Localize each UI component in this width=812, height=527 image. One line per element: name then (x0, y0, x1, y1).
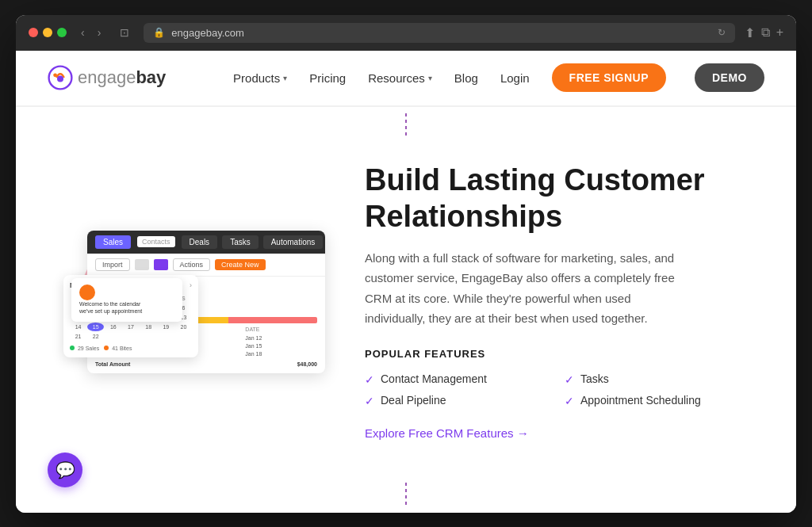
feature-deal-pipeline: ✓ Deal Pipeline (365, 394, 549, 407)
cal-day-cell[interactable]: 14 (70, 323, 86, 331)
nav-resources[interactable]: Resources ▾ (368, 71, 432, 85)
nav-links: Products ▾ Pricing Resources ▾ (233, 63, 764, 92)
lock-icon: 🔒 (153, 27, 165, 38)
sales-tab[interactable]: Sales (95, 235, 131, 249)
automations-tab[interactable]: Automations (263, 235, 324, 249)
cal-day-cell-highlight[interactable]: 15 (87, 323, 104, 331)
stats-row: 29 Sales 41 Bites (70, 346, 192, 351)
check-icon: ✓ (365, 395, 374, 407)
traffic-lights (29, 28, 67, 37)
dashed-line-bottom (16, 476, 796, 513)
feature-appointment-scheduling: ✓ Appointment Scheduling (565, 394, 749, 407)
chat-icon: 💬 (56, 460, 75, 479)
deals-tab[interactable]: Deals (182, 235, 218, 249)
check-icon: ✓ (365, 373, 374, 386)
cal-day-cell[interactable]: 17 (122, 323, 139, 331)
calendar-nav[interactable]: › (190, 281, 192, 289)
create-new-button[interactable]: Create New (215, 259, 266, 270)
logo-link[interactable]: engagebay (48, 65, 166, 90)
browser-actions: ⬆ ⧉ + (745, 25, 783, 40)
chevron-down-icon: ▾ (428, 74, 432, 82)
deal-date: Jan 12 (245, 335, 317, 341)
svg-point-1 (57, 76, 63, 82)
deal-date: Jan 15 (245, 343, 317, 349)
chat-bubble-button[interactable]: 💬 (48, 453, 82, 487)
tasks-tab[interactable]: Tasks (222, 235, 259, 249)
new-tab-button[interactable]: + (776, 25, 783, 40)
feature-contact-management: ✓ Contact Management (365, 372, 549, 386)
logo-icon (48, 65, 73, 90)
notification-card: Welcome to the calendarwe've set up appo… (71, 278, 182, 323)
demo-button[interactable]: DEMO (695, 63, 764, 92)
actions-button[interactable]: Actions (173, 258, 211, 271)
dashed-vertical-line-bottom (405, 483, 407, 506)
maximize-button[interactable] (57, 28, 67, 37)
stat-bites: 41 Bites (104, 346, 132, 351)
svg-point-2 (53, 73, 57, 77)
contacts-search[interactable]: Contacts (137, 236, 175, 247)
total-value: $48,000 (297, 361, 317, 367)
import-button[interactable]: Import (95, 258, 130, 271)
navbar: engagebay Products ▾ Pricing (16, 51, 796, 106)
dashboard-tabs: Deals Tasks Automations (182, 235, 324, 249)
nav-login[interactable]: Login (500, 71, 530, 85)
deal-date: Jan 18 (245, 351, 317, 357)
hero-visual: Welcome to the calendarwe've set up appo… (63, 231, 333, 373)
logo-text: engagebay (78, 67, 166, 88)
hero-section: Welcome to the calendarwe've set up appo… (16, 143, 796, 476)
total-label: Total Amount (95, 361, 130, 367)
browser-chrome: ‹ › ⊡ 🔒 engagebay.com ↻ ⬆ ⧉ + (16, 15, 796, 51)
cal-day-cell[interactable]: 22 (87, 332, 104, 341)
page-content: engagebay Products ▾ Pricing (16, 51, 796, 513)
url-text: engagebay.com (171, 27, 244, 39)
refresh-icon[interactable]: ↻ (718, 27, 726, 38)
explore-crm-link[interactable]: Explore Free CRM Features → (365, 426, 529, 440)
features-grid: ✓ Contact Management ✓ Tasks ✓ Deal Pipe… (365, 372, 749, 407)
nav-products[interactable]: Products ▾ (233, 71, 287, 85)
nav-arrows: ‹ › (76, 25, 105, 40)
share-button[interactable]: ⬆ (745, 25, 755, 40)
forward-button[interactable]: › (93, 25, 106, 40)
close-button[interactable] (29, 28, 38, 37)
cal-day-cell[interactable]: 19 (158, 323, 174, 331)
cal-day-cell[interactable]: 18 (140, 323, 157, 331)
check-icon: ✓ (565, 395, 574, 407)
chevron-down-icon: ▾ (283, 74, 287, 82)
avatar (79, 285, 95, 300)
dashboard-topbar: Sales Contacts Deals Tasks Automations (87, 231, 325, 254)
list-icon[interactable] (154, 259, 168, 270)
hero-content: Build Lasting Customer Relationships Alo… (365, 162, 749, 440)
nav-pricing[interactable]: Pricing (309, 71, 346, 85)
free-signup-button[interactable]: FREE SIGNUP (552, 63, 666, 92)
feature-tasks: ✓ Tasks (565, 372, 749, 386)
notification-text: Welcome to the calendarwe've set up appo… (79, 300, 174, 316)
address-bar[interactable]: 🔒 engagebay.com ↻ (144, 23, 734, 43)
dashboard-toolbar: Import Actions Create New (87, 254, 325, 277)
minimize-button[interactable] (43, 28, 52, 37)
col-header-date: Date (245, 327, 317, 332)
popular-features-label: POPULAR FEATURES (365, 348, 749, 360)
stat-dot-orange (104, 346, 109, 350)
check-icon: ✓ (565, 373, 574, 386)
cal-day-cell[interactable]: 16 (105, 323, 121, 331)
nav-blog[interactable]: Blog (454, 71, 478, 85)
cal-day-cell[interactable]: 20 (175, 323, 192, 331)
stat-sales: 29 Sales (70, 346, 99, 351)
tab-button[interactable]: ⧉ (761, 25, 770, 40)
back-button[interactable]: ‹ (76, 25, 90, 40)
browser-window: ‹ › ⊡ 🔒 engagebay.com ↻ ⬆ ⧉ + (16, 15, 796, 513)
dashed-line-top (16, 107, 796, 143)
grid-icon[interactable] (135, 259, 149, 270)
window-layout-button[interactable]: ⊡ (115, 25, 134, 40)
dashed-vertical-line (405, 113, 407, 137)
hero-description: Along with a full stack of software for … (365, 248, 682, 329)
cal-day-cell[interactable]: 21 (70, 332, 86, 341)
hero-title: Build Lasting Customer Relationships (365, 162, 749, 235)
stat-dot-green (70, 346, 75, 350)
